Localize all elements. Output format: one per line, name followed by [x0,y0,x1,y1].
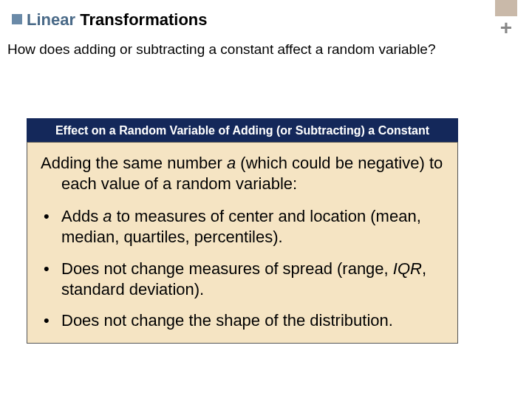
item-a: a [103,207,112,225]
list-item: Does not change measures of spread (rang… [39,259,446,300]
bullet-square-icon [12,14,22,24]
title-rest: Transformations [80,10,207,29]
box-header: Effect on a Random Variable of Adding (o… [27,118,458,143]
lead-part1: Adding the same number [41,154,227,172]
sidebar-title: Transforming and Combining Random Variab… [508,0,527,38]
list-item: Does not change the shape of the distrib… [39,310,446,331]
lead-part3: each value of a random variable: [61,174,446,194]
item-pre: Does not change the shape of the distrib… [61,311,393,330]
lead-a: a [227,154,236,172]
content-box: Adding the same number a (which could be… [27,142,458,344]
question-text: How does adding or subtracting a constan… [7,41,436,58]
item-pre: Does not change measures of spread (rang… [61,259,393,278]
bullet-list: Adds a to measures of center and locatio… [39,206,446,331]
slide-title: Linear Transformations [12,10,208,30]
item-pre: Adds [61,207,103,225]
title-linear: Linear [27,10,75,29]
slide: + Transforming and Combining Random Vari… [0,0,532,399]
lead-part2: (which could be negative) to [236,154,443,172]
item-a: IQR [393,259,422,278]
lead-text: Adding the same number a (which could be… [39,153,446,194]
list-item: Adds a to measures of center and locatio… [39,206,446,248]
item-post: to measures of center and location (mean… [61,207,421,246]
